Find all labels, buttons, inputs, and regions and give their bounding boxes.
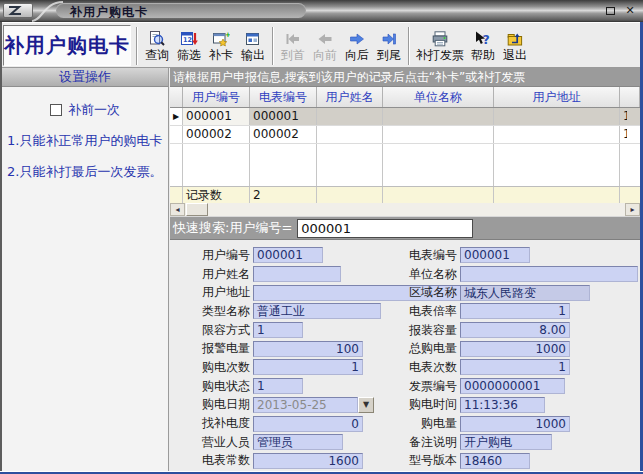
- meter-count-field[interactable]: 1: [460, 359, 570, 375]
- toolbar-button-go-first[interactable]: 到首: [277, 29, 309, 63]
- meter-count-label: 电表次数: [393, 359, 457, 376]
- grid-cell[interactable]: 000002: [183, 126, 250, 143]
- main-panel: 请根据用户申报信息,搜索到该用户的记录后点击“补卡”或补打发票 用户编号电表编号…: [170, 68, 640, 471]
- meter-id-field[interactable]: 000001: [460, 247, 530, 263]
- grid-column-header[interactable]: 用户姓名: [317, 87, 383, 107]
- toolbar-separator: [136, 27, 138, 65]
- meter-constant-field[interactable]: 1600: [253, 453, 363, 469]
- grid-column-header[interactable]: 用户编号: [183, 87, 250, 107]
- form-row: 购电量1000: [393, 414, 638, 433]
- records-grid: 用户编号电表编号用户姓名单位名称用户地址▶0000010000011000002…: [170, 87, 640, 203]
- form-row: 电表次数1: [393, 358, 638, 377]
- region-name-field[interactable]: 城东人民路变: [460, 285, 590, 301]
- form-row: 备注说明开户购电: [393, 433, 638, 452]
- operator-label: 营业人员: [186, 434, 250, 451]
- toolbar-button-exit[interactable]: 退出: [499, 29, 531, 63]
- alarm-power-field[interactable]: 100: [253, 341, 363, 357]
- purchase-amount-field[interactable]: 1000: [460, 416, 570, 432]
- toolbar-button-help[interactable]: ?帮助: [467, 29, 499, 63]
- toolbar-separator: [408, 27, 410, 65]
- grid-row[interactable]: ▶0000010000011: [170, 108, 640, 126]
- grid-cell[interactable]: [317, 126, 383, 143]
- unit-name-field[interactable]: [460, 266, 638, 282]
- maximize-button[interactable]: [603, 4, 617, 17]
- grid-cell[interactable]: [317, 108, 383, 125]
- grid-column-header[interactable]: 用户地址: [494, 87, 620, 107]
- grid-cell[interactable]: 000001: [250, 108, 317, 125]
- grid-row[interactable]: 0000020000021: [170, 126, 640, 144]
- grid-column-header[interactable]: 电表编号: [250, 87, 317, 107]
- grid-cell: [250, 144, 317, 186]
- purchase-status-field[interactable]: 1: [253, 378, 303, 394]
- purchase-time-field[interactable]: 11:13:36: [460, 397, 545, 413]
- remark-field[interactable]: 开户购电: [460, 434, 552, 450]
- grid-cell[interactable]: [494, 108, 620, 125]
- scrollbar-track[interactable]: [208, 203, 625, 216]
- purchase-date-field[interactable]: 2013-05-25: [253, 397, 358, 413]
- grid-row-gutter: [170, 126, 183, 143]
- grid-cell[interactable]: 000002: [250, 126, 317, 143]
- detail-form: 用户编号000001用户姓名用户地址类型名称普通工业限容方式1报警电量100购电…: [170, 240, 640, 471]
- grid-cell[interactable]: [383, 108, 494, 125]
- scroll-thumb[interactable]: [186, 203, 208, 216]
- horizontal-scrollbar[interactable]: ◂ ▸: [170, 203, 640, 217]
- operator-field[interactable]: 管理员: [253, 434, 343, 450]
- toolbar-button-go-next[interactable]: 向后: [341, 29, 373, 63]
- toolbar-button-go-prev[interactable]: 向前: [309, 29, 341, 63]
- toolbar-button-go-last[interactable]: 到尾: [373, 29, 405, 63]
- toolbar-button-reissue-card[interactable]: +补卡: [205, 29, 237, 63]
- installed-capacity-field[interactable]: 8.00: [460, 322, 570, 338]
- close-button[interactable]: ✕: [623, 4, 637, 17]
- meter-ratio-field[interactable]: 1: [460, 303, 570, 319]
- form-row: 电表编号000001: [393, 246, 638, 265]
- invoice-number-field[interactable]: 0000000001: [460, 378, 565, 394]
- quick-search-input[interactable]: [297, 219, 473, 238]
- scroll-left-button[interactable]: ◂: [170, 203, 185, 216]
- output-icon: [244, 30, 262, 48]
- model-version-field[interactable]: 18460: [460, 453, 530, 469]
- app-window: 补用户购电卡 ✕ 补用户购电卡 查询12筛选+补卡输出到首向前向后到尾补打发票?…: [0, 0, 643, 474]
- purchase-count-field[interactable]: 1: [253, 359, 363, 375]
- prev-icon: [316, 30, 334, 48]
- window-title: 补用户购电卡: [70, 4, 148, 21]
- toolbar-button-label: 补卡: [209, 48, 233, 62]
- form-row: 购电时间11:13:36: [393, 396, 638, 415]
- region-name-label: 区域名称: [393, 284, 457, 301]
- user-address-label: 用户地址: [186, 284, 250, 301]
- grid-row-gutter: [170, 144, 183, 186]
- toolbar-button-reprint-invoice[interactable]: 补打发票: [413, 29, 467, 63]
- reissue-previous-option[interactable]: 补前一次: [2, 101, 168, 119]
- user-name-label: 用户姓名: [186, 266, 250, 283]
- capacity-limit-mode-field[interactable]: 1: [253, 322, 303, 338]
- current-row-marker-icon: ▶: [170, 108, 183, 125]
- reissue-previous-checkbox[interactable]: [50, 104, 62, 116]
- app-title-panel: 补用户购电卡: [3, 25, 131, 66]
- toolbar-button-export[interactable]: 输出: [237, 29, 269, 63]
- purchase-date-label: 购电日期: [186, 396, 250, 413]
- user-id-label: 用户编号: [186, 247, 250, 264]
- quick-search-bar: 快速搜索:用户编号=: [170, 217, 640, 240]
- type-name-field[interactable]: 普通工业: [253, 303, 381, 319]
- total-purchase-field[interactable]: 1000: [460, 341, 570, 357]
- toolbar-button-label: 补打发票: [416, 48, 464, 62]
- grid-cell: [317, 187, 383, 203]
- toolbar-button-label: 帮助: [471, 48, 495, 62]
- grid-cell[interactable]: [383, 126, 494, 143]
- grid-cell[interactable]: [494, 126, 620, 143]
- toolbar-button-query[interactable]: 查询: [141, 29, 173, 63]
- user-name-field[interactable]: [253, 266, 341, 282]
- help-icon: ?: [474, 30, 492, 48]
- grid-cell[interactable]: 000001: [183, 108, 250, 125]
- user-id-field[interactable]: 000001: [253, 247, 323, 263]
- scroll-right-button[interactable]: ▸: [625, 203, 640, 216]
- model-version-label: 型号版本: [393, 452, 457, 469]
- meter-constant-label: 电表常数: [186, 452, 250, 469]
- toolbar: 补用户购电卡 查询12筛选+补卡输出到首向前向后到尾补打发票?帮助退出: [0, 22, 643, 68]
- toolbar-button-label: 输出: [241, 48, 265, 62]
- dropdown-arrow-icon[interactable]: ▼: [358, 397, 374, 413]
- grid-column-header[interactable]: 单位名称: [383, 87, 494, 107]
- form-row: 型号版本18460: [393, 452, 638, 471]
- toolbar-button-filter[interactable]: 12筛选: [173, 29, 205, 63]
- sidebar: 设置操作 补前一次 1.只能补正常用户的购电卡 2.只能补打最后一次发票。: [2, 68, 169, 471]
- adjust-power-field[interactable]: 0: [253, 416, 363, 432]
